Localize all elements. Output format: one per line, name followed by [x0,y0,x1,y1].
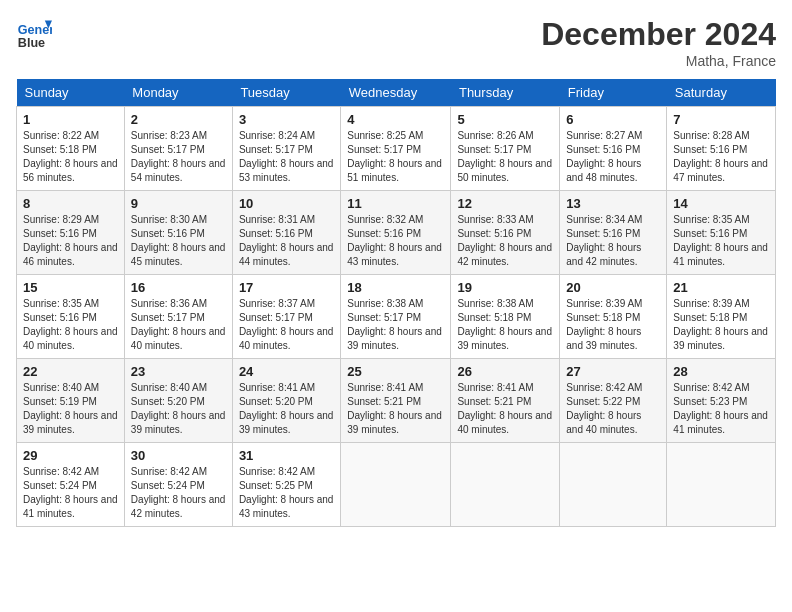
day-number: 16 [131,280,226,295]
day-number: 12 [457,196,553,211]
table-cell: 6Sunrise: 8:27 AMSunset: 5:16 PMDaylight… [560,107,667,191]
day-number: 31 [239,448,334,463]
table-row: 29Sunrise: 8:42 AMSunset: 5:24 PMDayligh… [17,443,776,527]
col-tuesday: Tuesday [232,79,340,107]
day-info: Sunrise: 8:37 AMSunset: 5:17 PMDaylight:… [239,297,334,353]
day-info: Sunrise: 8:22 AMSunset: 5:18 PMDaylight:… [23,129,118,185]
day-info: Sunrise: 8:23 AMSunset: 5:17 PMDaylight:… [131,129,226,185]
day-info: Sunrise: 8:33 AMSunset: 5:16 PMDaylight:… [457,213,553,269]
table-cell: 5Sunrise: 8:26 AMSunset: 5:17 PMDaylight… [451,107,560,191]
table-cell: 23Sunrise: 8:40 AMSunset: 5:20 PMDayligh… [124,359,232,443]
day-info: Sunrise: 8:38 AMSunset: 5:17 PMDaylight:… [347,297,444,353]
page-header: General Blue December 2024 Matha, France [16,16,776,69]
table-cell: 31Sunrise: 8:42 AMSunset: 5:25 PMDayligh… [232,443,340,527]
day-number: 29 [23,448,118,463]
table-cell [451,443,560,527]
day-info: Sunrise: 8:26 AMSunset: 5:17 PMDaylight:… [457,129,553,185]
table-cell: 16Sunrise: 8:36 AMSunset: 5:17 PMDayligh… [124,275,232,359]
month-title: December 2024 [541,16,776,53]
day-number: 25 [347,364,444,379]
col-saturday: Saturday [667,79,776,107]
day-number: 4 [347,112,444,127]
day-number: 26 [457,364,553,379]
day-info: Sunrise: 8:42 AMSunset: 5:24 PMDaylight:… [23,465,118,521]
col-wednesday: Wednesday [341,79,451,107]
table-cell [667,443,776,527]
day-info: Sunrise: 8:34 AMSunset: 5:16 PMDaylight:… [566,213,660,269]
table-row: 15Sunrise: 8:35 AMSunset: 5:16 PMDayligh… [17,275,776,359]
day-number: 3 [239,112,334,127]
day-info: Sunrise: 8:41 AMSunset: 5:21 PMDaylight:… [347,381,444,437]
day-number: 6 [566,112,660,127]
day-info: Sunrise: 8:32 AMSunset: 5:16 PMDaylight:… [347,213,444,269]
table-cell: 22Sunrise: 8:40 AMSunset: 5:19 PMDayligh… [17,359,125,443]
table-cell: 21Sunrise: 8:39 AMSunset: 5:18 PMDayligh… [667,275,776,359]
day-number: 2 [131,112,226,127]
day-info: Sunrise: 8:40 AMSunset: 5:19 PMDaylight:… [23,381,118,437]
table-cell: 2Sunrise: 8:23 AMSunset: 5:17 PMDaylight… [124,107,232,191]
day-info: Sunrise: 8:41 AMSunset: 5:20 PMDaylight:… [239,381,334,437]
day-number: 8 [23,196,118,211]
day-number: 24 [239,364,334,379]
table-cell: 10Sunrise: 8:31 AMSunset: 5:16 PMDayligh… [232,191,340,275]
table-cell [341,443,451,527]
table-cell: 8Sunrise: 8:29 AMSunset: 5:16 PMDaylight… [17,191,125,275]
day-number: 17 [239,280,334,295]
table-cell: 12Sunrise: 8:33 AMSunset: 5:16 PMDayligh… [451,191,560,275]
table-row: 8Sunrise: 8:29 AMSunset: 5:16 PMDaylight… [17,191,776,275]
day-info: Sunrise: 8:39 AMSunset: 5:18 PMDaylight:… [566,297,660,353]
day-info: Sunrise: 8:36 AMSunset: 5:17 PMDaylight:… [131,297,226,353]
col-thursday: Thursday [451,79,560,107]
table-cell: 11Sunrise: 8:32 AMSunset: 5:16 PMDayligh… [341,191,451,275]
table-cell: 27Sunrise: 8:42 AMSunset: 5:22 PMDayligh… [560,359,667,443]
day-info: Sunrise: 8:25 AMSunset: 5:17 PMDaylight:… [347,129,444,185]
day-number: 7 [673,112,769,127]
table-cell: 9Sunrise: 8:30 AMSunset: 5:16 PMDaylight… [124,191,232,275]
day-info: Sunrise: 8:42 AMSunset: 5:22 PMDaylight:… [566,381,660,437]
day-info: Sunrise: 8:38 AMSunset: 5:18 PMDaylight:… [457,297,553,353]
day-number: 27 [566,364,660,379]
day-number: 21 [673,280,769,295]
day-info: Sunrise: 8:42 AMSunset: 5:25 PMDaylight:… [239,465,334,521]
day-info: Sunrise: 8:27 AMSunset: 5:16 PMDaylight:… [566,129,660,185]
table-cell: 24Sunrise: 8:41 AMSunset: 5:20 PMDayligh… [232,359,340,443]
table-cell: 7Sunrise: 8:28 AMSunset: 5:16 PMDaylight… [667,107,776,191]
day-info: Sunrise: 8:24 AMSunset: 5:17 PMDaylight:… [239,129,334,185]
day-number: 11 [347,196,444,211]
title-block: December 2024 Matha, France [541,16,776,69]
day-info: Sunrise: 8:39 AMSunset: 5:18 PMDaylight:… [673,297,769,353]
day-number: 15 [23,280,118,295]
table-cell: 17Sunrise: 8:37 AMSunset: 5:17 PMDayligh… [232,275,340,359]
day-info: Sunrise: 8:35 AMSunset: 5:16 PMDaylight:… [23,297,118,353]
table-cell: 1Sunrise: 8:22 AMSunset: 5:18 PMDaylight… [17,107,125,191]
day-number: 10 [239,196,334,211]
day-number: 20 [566,280,660,295]
table-cell: 13Sunrise: 8:34 AMSunset: 5:16 PMDayligh… [560,191,667,275]
day-number: 30 [131,448,226,463]
day-info: Sunrise: 8:35 AMSunset: 5:16 PMDaylight:… [673,213,769,269]
col-monday: Monday [124,79,232,107]
table-cell: 30Sunrise: 8:42 AMSunset: 5:24 PMDayligh… [124,443,232,527]
calendar-table: Sunday Monday Tuesday Wednesday Thursday… [16,79,776,527]
day-number: 28 [673,364,769,379]
day-number: 1 [23,112,118,127]
svg-text:Blue: Blue [18,36,45,50]
table-cell: 15Sunrise: 8:35 AMSunset: 5:16 PMDayligh… [17,275,125,359]
table-cell: 14Sunrise: 8:35 AMSunset: 5:16 PMDayligh… [667,191,776,275]
col-friday: Friday [560,79,667,107]
day-info: Sunrise: 8:41 AMSunset: 5:21 PMDaylight:… [457,381,553,437]
day-info: Sunrise: 8:42 AMSunset: 5:24 PMDaylight:… [131,465,226,521]
table-cell: 29Sunrise: 8:42 AMSunset: 5:24 PMDayligh… [17,443,125,527]
table-cell [560,443,667,527]
day-number: 14 [673,196,769,211]
table-cell: 18Sunrise: 8:38 AMSunset: 5:17 PMDayligh… [341,275,451,359]
day-info: Sunrise: 8:30 AMSunset: 5:16 PMDaylight:… [131,213,226,269]
col-sunday: Sunday [17,79,125,107]
table-row: 1Sunrise: 8:22 AMSunset: 5:18 PMDaylight… [17,107,776,191]
day-number: 5 [457,112,553,127]
table-cell: 25Sunrise: 8:41 AMSunset: 5:21 PMDayligh… [341,359,451,443]
day-number: 9 [131,196,226,211]
day-number: 23 [131,364,226,379]
location: Matha, France [541,53,776,69]
table-cell: 28Sunrise: 8:42 AMSunset: 5:23 PMDayligh… [667,359,776,443]
